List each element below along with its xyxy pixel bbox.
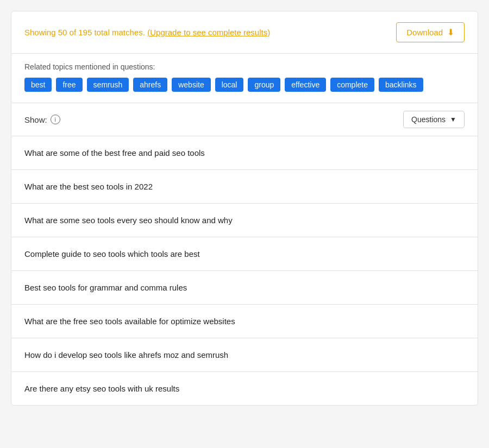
tags-container: bestfreesemrushahrefswebsitelocalgroupef…	[24, 78, 465, 92]
question-row[interactable]: Complete guide to seo tools which tools …	[11, 237, 478, 271]
topic-tag[interactable]: complete	[330, 78, 374, 92]
match-count-text: Showing 50 of 195 total matches.	[24, 28, 145, 37]
dropdown-label: Questions	[411, 115, 446, 124]
question-row[interactable]: What are some of the best free and paid …	[11, 136, 478, 170]
topic-tag[interactable]: ahrefs	[133, 78, 167, 92]
question-row[interactable]: What are some seo tools every seo should…	[11, 204, 478, 237]
download-icon: ⬇	[447, 27, 454, 37]
topic-tag[interactable]: effective	[285, 78, 326, 92]
show-section: Show: i Questions ▼	[11, 103, 478, 136]
question-row[interactable]: What are the best seo tools in 2022	[11, 170, 478, 204]
match-info: Showing 50 of 195 total matches. (Upgrad…	[24, 28, 270, 37]
upgrade-link[interactable]: (Upgrade to see complete results)	[147, 28, 270, 37]
info-icon[interactable]: i	[51, 115, 60, 124]
show-label-group: Show: i	[24, 115, 60, 124]
question-row[interactable]: Best seo tools for grammar and comma rul…	[11, 271, 478, 305]
topic-tag[interactable]: website	[172, 78, 210, 92]
header-section: Showing 50 of 195 total matches. (Upgrad…	[11, 11, 478, 54]
topics-section: Related topics mentioned in questions: b…	[11, 54, 478, 103]
topic-tag[interactable]: local	[215, 78, 244, 92]
main-container: Showing 50 of 195 total matches. (Upgrad…	[11, 11, 478, 406]
show-label-text: Show:	[24, 115, 47, 124]
question-row[interactable]: What are the free seo tools available fo…	[11, 305, 478, 338]
topic-tag[interactable]: semrush	[87, 78, 129, 92]
download-label: Download	[406, 28, 443, 37]
question-row[interactable]: Are there any etsy seo tools with uk res…	[11, 372, 478, 405]
topic-tag[interactable]: free	[56, 78, 82, 92]
question-row[interactable]: How do i develop seo tools like ahrefs m…	[11, 338, 478, 372]
topic-tag[interactable]: best	[24, 78, 52, 92]
download-button[interactable]: Download ⬇	[396, 22, 465, 42]
topic-tag[interactable]: group	[248, 78, 280, 92]
questions-dropdown[interactable]: Questions ▼	[403, 111, 465, 128]
questions-list: What are some of the best free and paid …	[11, 136, 478, 405]
topic-tag[interactable]: backlinks	[379, 78, 423, 92]
topics-label: Related topics mentioned in questions:	[24, 62, 465, 71]
chevron-down-icon: ▼	[450, 116, 456, 123]
